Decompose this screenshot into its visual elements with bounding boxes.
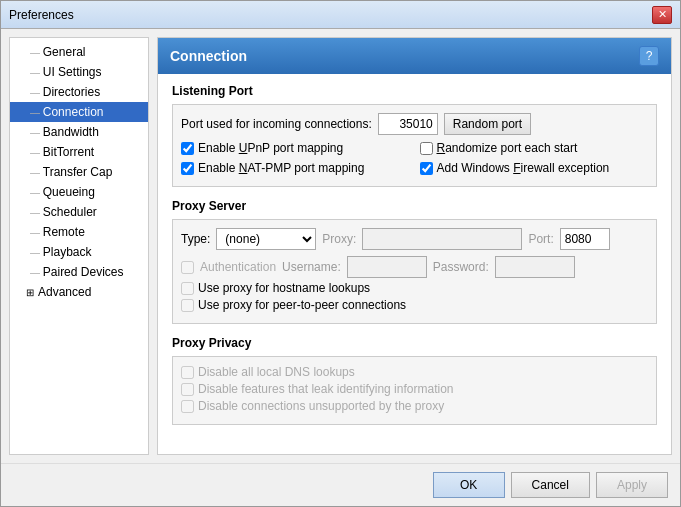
listening-port-section: Listening Port Port used for incoming co… <box>172 84 657 187</box>
privacy-unsupported-row: Disable connections unsupported by the p… <box>181 399 648 413</box>
sidebar-item-directories[interactable]: Directories <box>10 82 148 102</box>
sidebar-item-advanced[interactable]: ⊞Advanced <box>10 282 148 302</box>
privacy-dns-checkbox[interactable] <box>181 366 194 379</box>
username-label: Username: <box>282 260 341 274</box>
help-button[interactable]: ? <box>639 46 659 66</box>
close-button[interactable]: ✕ <box>652 6 672 24</box>
proxy-host-input[interactable] <box>362 228 522 250</box>
privacy-unsupported-checkbox[interactable] <box>181 400 194 413</box>
sidebar-item-remote[interactable]: Remote <box>10 222 148 242</box>
upnp-label: Enable UPnP port mapping <box>198 141 343 155</box>
privacy-dns-row: Disable all local DNS lookups <box>181 365 648 379</box>
proxy-hostname-label: Use proxy for hostname lookups <box>198 281 370 295</box>
proxy-privacy-title: Proxy Privacy <box>172 336 657 350</box>
nat-pmp-checkbox[interactable] <box>181 162 194 175</box>
window-title: Preferences <box>9 8 74 22</box>
panel-title: Connection <box>170 48 247 64</box>
firewall-row: Add Windows Firewall exception <box>420 161 649 175</box>
sidebar-item-bandwidth[interactable]: Bandwidth <box>10 122 148 142</box>
username-input[interactable] <box>347 256 427 278</box>
proxy-port-input[interactable] <box>560 228 610 250</box>
sidebar: General UI Settings Directories Connecti… <box>9 37 149 455</box>
cancel-button[interactable]: Cancel <box>511 472 590 498</box>
panel-body: Listening Port Port used for incoming co… <box>158 74 671 454</box>
auth-label: Authentication <box>200 260 276 274</box>
port-checkboxes: Enable UPnP port mapping Randomize port … <box>181 141 648 178</box>
sidebar-item-ui-settings[interactable]: UI Settings <box>10 62 148 82</box>
proxy-privacy-section: Proxy Privacy Disable all local DNS look… <box>172 336 657 425</box>
proxy-type-row: Type: (none) Proxy: Port: <box>181 228 648 250</box>
nat-pmp-row: Enable NAT-PMP port mapping <box>181 161 410 175</box>
firewall-label: Add Windows Firewall exception <box>437 161 610 175</box>
sidebar-item-bittorrent[interactable]: BitTorrent <box>10 142 148 162</box>
sidebar-item-transfer-cap[interactable]: Transfer Cap <box>10 162 148 182</box>
proxy-p2p-label: Use proxy for peer-to-peer connections <box>198 298 406 312</box>
port-row: Port used for incoming connections: Rand… <box>181 113 648 135</box>
panel-header: Connection ? <box>158 38 671 74</box>
proxy-server-title: Proxy Server <box>172 199 657 213</box>
listening-port-title: Listening Port <box>172 84 657 98</box>
proxy-p2p-checkbox[interactable] <box>181 299 194 312</box>
port-field-label: Port: <box>528 232 553 246</box>
proxy-privacy-content: Disable all local DNS lookups Disable fe… <box>172 356 657 425</box>
sidebar-item-scheduler[interactable]: Scheduler <box>10 202 148 222</box>
main-content: General UI Settings Directories Connecti… <box>1 29 680 463</box>
listening-port-content: Port used for incoming connections: Rand… <box>172 104 657 187</box>
proxy-server-section: Proxy Server Type: (none) Proxy: Port: <box>172 199 657 324</box>
privacy-leak-label: Disable features that leak identifying i… <box>198 382 453 396</box>
sidebar-item-playback[interactable]: Playback <box>10 242 148 262</box>
proxy-field-label: Proxy: <box>322 232 356 246</box>
proxy-p2p-row: Use proxy for peer-to-peer connections <box>181 298 648 312</box>
privacy-unsupported-label: Disable connections unsupported by the p… <box>198 399 444 413</box>
privacy-leak-checkbox[interactable] <box>181 383 194 396</box>
random-port-button[interactable]: Random port <box>444 113 531 135</box>
upnp-checkbox[interactable] <box>181 142 194 155</box>
expand-icon: ⊞ <box>26 287 36 298</box>
right-panel: Connection ? Listening Port Port used fo… <box>157 37 672 455</box>
ok-button[interactable]: OK <box>433 472 505 498</box>
randomize-row: Randomize port each start <box>420 141 649 155</box>
nat-pmp-label: Enable NAT-PMP port mapping <box>198 161 364 175</box>
sidebar-item-paired-devices[interactable]: Paired Devices <box>10 262 148 282</box>
upnp-row: Enable UPnP port mapping <box>181 141 410 155</box>
preferences-window: Preferences ✕ General UI Settings Direct… <box>0 0 681 507</box>
privacy-leak-row: Disable features that leak identifying i… <box>181 382 648 396</box>
proxy-type-select[interactable]: (none) <box>216 228 316 250</box>
firewall-checkbox[interactable] <box>420 162 433 175</box>
randomize-label: Randomize port each start <box>437 141 578 155</box>
proxy-server-content: Type: (none) Proxy: Port: Authentication <box>172 219 657 324</box>
proxy-hostname-row: Use proxy for hostname lookups <box>181 281 648 295</box>
password-label: Password: <box>433 260 489 274</box>
password-input[interactable] <box>495 256 575 278</box>
port-label: Port used for incoming connections: <box>181 117 372 131</box>
port-input[interactable] <box>378 113 438 135</box>
bottom-bar: OK Cancel Apply <box>1 463 680 506</box>
sidebar-item-general[interactable]: General <box>10 42 148 62</box>
sidebar-item-connection[interactable]: Connection <box>10 102 148 122</box>
auth-checkbox[interactable] <box>181 261 194 274</box>
proxy-hostname-checkbox[interactable] <box>181 282 194 295</box>
apply-button[interactable]: Apply <box>596 472 668 498</box>
titlebar: Preferences ✕ <box>1 1 680 29</box>
randomize-checkbox[interactable] <box>420 142 433 155</box>
proxy-auth-row: Authentication Username: Password: <box>181 256 648 278</box>
sidebar-item-queueing[interactable]: Queueing <box>10 182 148 202</box>
privacy-dns-label: Disable all local DNS lookups <box>198 365 355 379</box>
proxy-type-label: Type: <box>181 232 210 246</box>
